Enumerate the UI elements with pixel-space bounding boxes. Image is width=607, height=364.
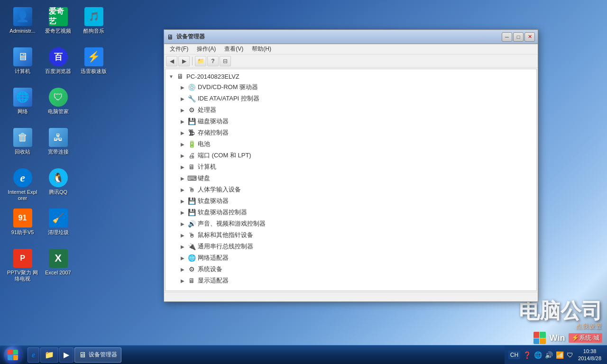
disk-arrow: ▶ xyxy=(180,119,185,124)
taskbar-explorer-icon: 📁 xyxy=(45,350,54,359)
netadapter-icon: 🌐 xyxy=(187,254,196,262)
display-label: 显示适配器 xyxy=(198,276,229,285)
back-button[interactable]: ◀ xyxy=(166,56,177,66)
menu-view[interactable]: 查看(V) xyxy=(221,44,247,54)
battery-arrow: ▶ xyxy=(180,142,185,147)
keyboard-icon: ⌨ xyxy=(187,174,196,182)
taskbar-devmgr[interactable]: 🖥 设备管理器 xyxy=(74,347,121,363)
start-button[interactable] xyxy=(0,346,26,364)
tree-item-display[interactable]: ▶ 🖥 显示适配器 xyxy=(166,275,536,286)
91-label: 91助手V5 xyxy=(11,229,34,236)
speaker-tray-icon[interactable]: 🔊 xyxy=(545,351,553,359)
close-button[interactable]: ✕ xyxy=(524,32,535,42)
systray: CH ❓ 🌐 🔊 📶 🛡 10:38 2014/8/28 xyxy=(505,346,607,364)
desktop-icon-qq[interactable]: 🐧 腾讯QQ xyxy=(40,166,76,206)
maximize-button[interactable]: □ xyxy=(513,32,524,42)
desktop-icon-word[interactable]: W Word 2007 xyxy=(76,0,111,5)
sysdev-label: 系统设备 xyxy=(198,265,222,273)
tree-item-mouse[interactable]: ▶ 🖱 鼠标和其他指针设备 xyxy=(166,229,536,241)
mouse-arrow: ▶ xyxy=(180,233,185,238)
desktop-icon-baidu[interactable]: 百 百度浏览器 xyxy=(40,45,76,85)
tree-item-storage[interactable]: ▶ 🗜 存储控制器 xyxy=(166,127,536,138)
taskbar-media-icon: ▶ xyxy=(64,350,69,359)
tree-content[interactable]: ▼ 🖥 PC-20140823ELVZ ▶ 💿 DVD/CD-ROM 驱动器 ▶… xyxy=(165,69,537,291)
admin-label: Administr... xyxy=(9,28,35,34)
desktop-icon-cleaner[interactable]: 🧹 清理垃圾 xyxy=(40,206,76,246)
menu-file[interactable]: 文件(F) xyxy=(166,44,192,54)
forward-button[interactable]: ▶ xyxy=(178,56,190,66)
root-expand-arrow: ▼ xyxy=(168,74,174,79)
desktop-icon-diannaoguan[interactable]: 🛡 电脑管家 xyxy=(40,85,76,126)
menu-help[interactable]: 帮助(H) xyxy=(248,44,275,54)
start-flag-q3 xyxy=(8,355,13,360)
desktop-icon-ie[interactable]: e Internet Explorer xyxy=(5,166,40,206)
help-tray-icon[interactable]: ❓ xyxy=(523,351,531,359)
xitong-text: ⚡系统·城 xyxy=(569,333,602,343)
desktop-icon-91[interactable]: 91 91助手V5 xyxy=(5,206,40,246)
system-clock[interactable]: 10:38 2014/8/28 xyxy=(576,348,603,362)
brand-big-text: 电脑公司 xyxy=(519,300,602,321)
root-label: PC-20140823ELVZ xyxy=(186,73,239,80)
security-tray-icon[interactable]: 🛡 xyxy=(567,351,573,359)
desktop-icon-aiqiyi[interactable]: 爱奇艺 爱奇艺视频 xyxy=(40,5,76,45)
battery-icon: 🔋 xyxy=(187,140,196,148)
usb-icon: 🔌 xyxy=(187,243,196,250)
tree-item-floppy[interactable]: ▶ 💾 软盘驱动器 xyxy=(166,195,536,207)
display-icon: 🖥 xyxy=(187,277,196,284)
window-title-text: 设备管理器 xyxy=(176,33,499,41)
network-tray-icon[interactable]: 📶 xyxy=(556,351,564,359)
recycle-label: 回收站 xyxy=(15,149,30,155)
window-controls: ─ □ ✕ xyxy=(502,32,535,42)
computer-tree-icon: 🖥 xyxy=(187,163,196,171)
flag-q3 xyxy=(533,338,540,345)
desktop-icon-pptv[interactable]: P PPTV聚力 网络电视 xyxy=(5,246,40,287)
tree-item-usb[interactable]: ▶ 🔌 通用串行总线控制器 xyxy=(166,241,536,252)
expand-button[interactable]: ⊟ xyxy=(220,56,231,66)
port-arrow: ▶ xyxy=(180,153,185,158)
taskbar-media[interactable]: ▶ xyxy=(59,347,74,363)
floppy-arrow: ▶ xyxy=(180,199,185,204)
menu-action[interactable]: 操作(A) xyxy=(193,44,220,54)
tree-item-ide[interactable]: ▶ 🔧 IDE ATA/ATAPI 控制器 xyxy=(166,93,536,104)
up-button[interactable]: 📁 xyxy=(195,56,206,66)
desktop-icon-admin[interactable]: 👤 Administr... xyxy=(5,5,40,45)
desktop-icon-network[interactable]: 🌐 网络 xyxy=(5,85,40,126)
network-label: 网络 xyxy=(18,109,28,115)
start-flag-q2 xyxy=(13,350,18,355)
computer-label: 计算机 xyxy=(15,68,30,74)
admin-icon: 👤 xyxy=(13,7,32,26)
tree-item-floppyctrl[interactable]: ▶ 💾 软盘驱动器控制器 xyxy=(166,207,536,218)
tree-item-battery[interactable]: ▶ 🔋 电池 xyxy=(166,138,536,150)
network-icon: 🌐 xyxy=(13,88,32,107)
desktop-icon-excel[interactable]: X Excel 2007 xyxy=(40,246,76,287)
taskbar-ie[interactable]: e xyxy=(28,347,39,363)
desktop-icon-recycle[interactable]: 🗑 回收站 xyxy=(5,126,40,166)
desktop-icon-thunder[interactable]: ⚡ 迅雷极速版 xyxy=(76,45,111,85)
input-method-indicator[interactable]: CH xyxy=(508,351,520,359)
tree-item-keyboard[interactable]: ▶ ⌨ 键盘 xyxy=(166,173,536,184)
brand-bottom-row: Win ⚡系统·城 xyxy=(533,332,602,344)
desktop-icon-kugou[interactable]: 🎵 酷狗音乐 xyxy=(76,5,111,45)
floppy-icon: 💾 xyxy=(187,197,196,205)
tree-item-dvd[interactable]: ▶ 💿 DVD/CD-ROM 驱动器 xyxy=(166,82,536,93)
tree-item-port[interactable]: ▶ 🖨 端口 (COM 和 LPT) xyxy=(166,150,536,161)
language-tray-icon[interactable]: 🌐 xyxy=(534,351,542,359)
desktop-icon-broadband[interactable]: 🖧 宽带连接 xyxy=(40,126,76,166)
thunder-label: 迅雷极速版 xyxy=(81,68,107,74)
tree-item-disk[interactable]: ▶ 💾 磁盘驱动器 xyxy=(166,116,536,127)
tree-item-sound[interactable]: ▶ 🔊 声音、视频和游戏控制器 xyxy=(166,218,536,229)
tree-item-netadapter[interactable]: ▶ 🌐 网络适配器 xyxy=(166,252,536,264)
minimize-button[interactable]: ─ xyxy=(502,32,512,42)
window-statusbar xyxy=(164,292,538,301)
tree-root-node[interactable]: ▼ 🖥 PC-20140823ELVZ xyxy=(166,71,536,82)
aiqiyi-icon: 爱奇艺 xyxy=(49,7,68,26)
desktop-icon-computer[interactable]: 🖥 计算机 xyxy=(5,45,40,85)
tree-item-computer[interactable]: ▶ 🖥 计算机 xyxy=(166,161,536,173)
taskbar: e 📁 ▶ 🖥 设备管理器 CH ❓ 🌐 🔊 📶 🛡 10:38 2014/8/… xyxy=(0,345,607,364)
qq-icon: 🐧 xyxy=(49,168,68,187)
tree-item-sysdev[interactable]: ▶ ⚙ 系统设备 xyxy=(166,264,536,275)
help-button[interactable]: ? xyxy=(207,56,219,66)
taskbar-explorer[interactable]: 📁 xyxy=(40,347,58,363)
tree-item-processor[interactable]: ▶ ⚙ 处理器 xyxy=(166,104,536,116)
tree-item-hid[interactable]: ▶ 🖱 人体学输入设备 xyxy=(166,184,536,195)
